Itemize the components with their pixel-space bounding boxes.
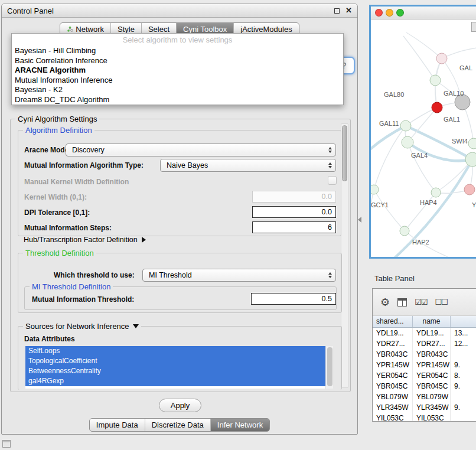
table-row[interactable]: YER054CYER054C8. — [373, 370, 476, 381]
table-cell: YDL19... — [413, 328, 451, 338]
table-row[interactable]: YDR27...YDR27...12... — [373, 338, 476, 349]
close-window-button[interactable] — [375, 9, 383, 17]
spinner-arrows-icon — [328, 147, 332, 153]
panel-title: Control Panel — [7, 6, 54, 15]
network-view-window: GALGAL80GAL10GAL11GAL1SWI4GAL4GCY1HAP4HA… — [369, 5, 476, 259]
close-panel-icon[interactable]: ✕ — [345, 7, 352, 14]
table-cell: YER054C — [413, 370, 451, 381]
algorithm-option[interactable]: Dream8 DC_TDC Algorithm — [12, 95, 343, 105]
network-icon — [67, 26, 73, 32]
network-node[interactable] — [400, 226, 409, 236]
table-row[interactable]: YPR145WYPR145W9. — [373, 360, 476, 370]
data-attribute-item[interactable]: SelfLoops — [25, 346, 325, 356]
network-node-label: GAL80 — [384, 91, 404, 98]
scrollbar-thumb[interactable] — [327, 347, 332, 386]
tab-impute-data[interactable]: Impute Data — [90, 419, 145, 431]
minimized-panel-button[interactable] — [2, 440, 11, 448]
table-cell: YBR045C — [373, 381, 413, 392]
tab-label: jActiveModules — [240, 25, 292, 34]
network-node-label: HAP4 — [420, 199, 437, 206]
which-threshold-select[interactable]: MI Threshold — [142, 269, 336, 282]
mi-type-select[interactable]: Naive Bayes — [160, 159, 336, 172]
table-row[interactable]: YLR345WYLR345W9. — [373, 402, 476, 413]
network-node[interactable] — [468, 138, 476, 149]
network-node[interactable] — [431, 188, 441, 197]
table-cell: YLR345W — [413, 402, 451, 413]
network-node[interactable] — [465, 152, 476, 167]
algorithm-definition-group: Algorithm Definition Aracne Mode: Discov… — [18, 130, 341, 236]
column-header[interactable]: shared... — [373, 316, 413, 327]
float-panel-icon[interactable] — [334, 8, 340, 14]
algorithm-option[interactable]: Basic Correlation Inference — [12, 56, 343, 66]
algorithm-option[interactable]: Bayesian - Hill Climbing — [12, 46, 343, 56]
threshold-definition-title: Threshold Definition — [23, 249, 96, 257]
table-row[interactable]: YIL053CYIL053C — [373, 413, 476, 422]
tab-discretize-data[interactable]: Discretize Data — [145, 419, 210, 431]
table-cell: YER054C — [373, 370, 413, 381]
kernel-width-field[interactable]: 0.0 — [252, 191, 336, 203]
data-attribute-item[interactable]: gal4RGexp — [25, 376, 325, 386]
sources-group: Sources for Network Inference Data Attri… — [18, 326, 342, 390]
table-row[interactable]: YDL19...YDL19...13... — [373, 328, 476, 338]
network-canvas[interactable]: GALGAL80GAL10GAL11GAL1SWI4GAL4GCY1HAP4HA… — [371, 19, 476, 257]
data-attribute-item[interactable]: TopologicalCoefficient — [25, 356, 325, 366]
mi-threshold-group: MI Threshold Definition Mutual Informati… — [24, 286, 337, 310]
apply-button[interactable]: Apply — [159, 399, 201, 412]
table-cell — [451, 349, 476, 360]
network-node[interactable] — [400, 120, 411, 131]
table-cell: YDL19... — [373, 328, 413, 338]
network-window-titlebar — [371, 6, 476, 19]
control-panel-window: Control Panel ✕ NetworkStyleSelectCyni T… — [1, 4, 358, 435]
tab-infer-network[interactable]: Infer Network — [210, 419, 269, 431]
network-node[interactable] — [432, 102, 442, 113]
gear-icon[interactable]: ⚙ — [380, 297, 390, 308]
select-all-icon[interactable]: ☑☑ — [415, 298, 427, 306]
network-edge — [374, 190, 405, 231]
mi-steps-field[interactable]: 6 — [252, 221, 336, 233]
table-row[interactable]: YBR045CYBR045C9. — [373, 381, 476, 392]
splitter-handle[interactable] — [358, 217, 361, 223]
network-node-label: SWI4 — [452, 138, 468, 145]
column-header[interactable]: name — [413, 316, 451, 327]
network-node-label: GAL11 — [379, 120, 399, 127]
algorithm-option[interactable]: Mutual Information Inference — [12, 76, 343, 86]
table-row[interactable]: YBR043CYBR043C — [373, 349, 476, 360]
which-threshold-value: MI Threshold — [149, 271, 192, 279]
kernel-width-value: 0.0 — [322, 193, 332, 201]
mi-threshold-group-title: MI Threshold Definition — [30, 282, 113, 291]
sources-group-title[interactable]: Sources for Network Inference — [23, 322, 141, 331]
algorithm-option[interactable]: Bayesian - K2 — [12, 85, 343, 95]
expand-arrow-icon — [142, 237, 146, 243]
algorithm-popup: Select algorithm to view settingsBayesia… — [11, 33, 344, 105]
column-header[interactable] — [451, 316, 476, 327]
network-node[interactable] — [371, 185, 379, 194]
mi-threshold-field[interactable]: 0.5 — [251, 293, 336, 305]
network-node[interactable] — [436, 53, 447, 64]
network-node[interactable] — [430, 75, 441, 86]
network-node[interactable] — [464, 184, 475, 195]
zoom-window-button[interactable] — [396, 9, 404, 17]
algorithm-option[interactable]: ARACNE Algorithm — [12, 66, 343, 76]
dpi-tolerance-field[interactable]: 0.0 — [252, 206, 336, 218]
manual-kernel-checkbox[interactable] — [328, 176, 337, 185]
scrollbar-thumb[interactable] — [342, 125, 347, 181]
network-edge — [405, 193, 436, 231]
attributes-scrollbar[interactable] — [325, 346, 333, 389]
table-cell — [451, 392, 476, 402]
table-cell: 9. — [451, 381, 476, 392]
aracne-mode-select[interactable]: Discovery — [66, 144, 336, 156]
birdseye-toggle[interactable] — [471, 22, 476, 32]
table-toolbar: ⚙ ☑☑ ☐☐ — [373, 289, 476, 316]
table-row[interactable]: YBL079WYBL079W — [373, 392, 476, 402]
threshold-definition-group: Threshold Definition Which threshold to … — [18, 253, 342, 313]
hub-definition-label: Hub/Transcription Factor Definition — [24, 236, 138, 244]
table-cell: YBL079W — [413, 392, 451, 402]
bottom-tab-bar: Impute DataDiscretize DataInfer Network — [89, 418, 270, 432]
deselect-all-icon[interactable]: ☐☐ — [435, 298, 447, 306]
minimize-window-button[interactable] — [386, 9, 393, 17]
data-attribute-item[interactable]: BetweennessCentrality — [25, 366, 325, 376]
columns-icon[interactable] — [397, 298, 407, 306]
manual-kernel-label: Manual Kernel Width Definition — [24, 178, 129, 186]
network-node[interactable] — [402, 136, 413, 148]
hub-definition-toggle[interactable]: Hub/Transcription Factor Definition — [24, 236, 146, 244]
